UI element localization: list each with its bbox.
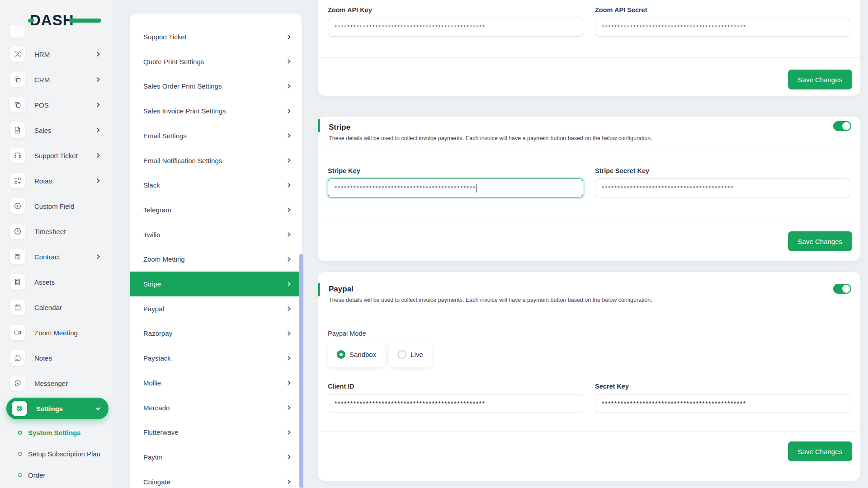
settings-nav-item[interactable]: Email Settings: [130, 123, 302, 148]
stripe-key-input[interactable]: ****************************************…: [328, 178, 583, 197]
chevron-right-icon: [95, 152, 101, 159]
app-sidebar: DASH HRM CRM POS Sales Support Ticket: [0, 0, 113, 488]
settings-nav-item[interactable]: Sales Order Print Settings: [130, 74, 302, 99]
sidebar-item-label: Settings: [36, 405, 63, 413]
sidebar-item-assets[interactable]: Assets: [0, 269, 113, 295]
submenu-item-order[interactable]: Order: [0, 465, 113, 486]
settings-nav-item-stripe-active[interactable]: Stripe: [130, 272, 302, 296]
masked-value: ****************************************…: [335, 184, 476, 192]
chevron-right-icon: [286, 330, 292, 337]
settings-nav-item[interactable]: Coingate: [130, 469, 302, 488]
sidebar-item-custom-field[interactable]: Custom Field: [0, 193, 113, 219]
sidebar-item-label: HRM: [34, 51, 50, 58]
sales-file-icon: [10, 122, 25, 138]
sidebar-item-messenger[interactable]: Messenger: [0, 371, 113, 396]
sidebar-item-zoom-meeting[interactable]: Zoom Meeting: [0, 320, 113, 345]
sidebar-item-notes[interactable]: Notes: [0, 345, 113, 371]
sidebar-item-pos[interactable]: POS: [0, 92, 113, 117]
paypal-enabled-toggle[interactable]: [833, 284, 851, 294]
settings-nav-label: Quote Print Settings: [143, 58, 204, 66]
chevron-right-icon: [286, 157, 292, 164]
settings-nav-item[interactable]: Quote Print Settings: [130, 49, 302, 74]
field-label: Stripe Secret Key: [595, 167, 850, 174]
panel-scrollbar[interactable]: [299, 254, 303, 488]
settings-nav-item[interactable]: Support Ticket: [130, 24, 302, 49]
client-id-input[interactable]: ****************************************…: [328, 394, 583, 413]
sidebar-item-label: Support Ticket: [34, 152, 78, 160]
sidebar-item-label: POS: [34, 101, 49, 109]
chat-bubble-icon: [10, 375, 25, 391]
sidebar-item-timesheet[interactable]: Timesheet: [0, 219, 113, 244]
text-caret: [476, 184, 477, 192]
masked-value: ****************************************…: [602, 184, 734, 192]
stripe-key-field: Stripe Key *****************************…: [328, 167, 583, 197]
sidebar-item-label: Sales: [34, 127, 52, 134]
calendar-icon: [10, 300, 25, 315]
sidebar-item-crm[interactable]: CRM: [0, 67, 113, 92]
zoom-api-key-input[interactable]: ****************************************…: [328, 18, 583, 37]
settings-nav-label: Slack: [143, 181, 160, 189]
chevron-right-icon: [286, 256, 292, 263]
gear-icon: [12, 401, 27, 416]
settings-nav-item[interactable]: Mollie: [130, 371, 302, 395]
logo-accent-notch: [28, 19, 34, 23]
paypal-card-header: Paypal These details will be used to col…: [318, 272, 860, 316]
secret-key-input[interactable]: ****************************************…: [595, 394, 850, 413]
chevron-right-icon: [286, 281, 292, 287]
chevron-right-icon: [286, 305, 292, 312]
settings-nav-item[interactable]: Twilio: [130, 222, 302, 247]
settings-nav-label: Paytm: [143, 453, 163, 461]
paypal-mode-sandbox[interactable]: Sandbox: [328, 341, 385, 367]
save-changes-button[interactable]: Save Changes: [788, 70, 852, 89]
settings-nav-panel: Support Ticket Quote Print Settings Sale…: [130, 14, 302, 488]
settings-nav-item[interactable]: Zoom Metting: [130, 247, 302, 272]
sidebar-item-sales[interactable]: Sales: [0, 117, 113, 143]
sidebar-item-settings[interactable]: Settings: [6, 398, 108, 419]
save-changes-button[interactable]: Save Changes: [788, 231, 852, 251]
clock-icon: [10, 224, 25, 239]
headset-icon: [10, 148, 25, 163]
field-label: Stripe Key: [328, 167, 583, 174]
settings-nav-item[interactable]: Paystack: [130, 346, 302, 371]
sidebar-item-calendar[interactable]: Calendar: [0, 295, 113, 320]
sidebar-item-label: Calendar: [34, 304, 62, 311]
app-logo[interactable]: DASH: [30, 12, 98, 32]
sidebar-item-label: CRM: [34, 76, 50, 84]
sidebar-item-label: Zoom Meeting: [34, 329, 78, 337]
sidebar-item-hrm[interactable]: HRM: [0, 42, 113, 67]
card-description: These details will be used to collect in…: [329, 297, 850, 303]
radio-selected-icon: [337, 350, 345, 359]
settings-nav-item[interactable]: Sales Invoice Print Settings: [130, 99, 302, 123]
settings-nav-item[interactable]: Razorpay: [130, 321, 302, 346]
submenu-item-setup-subscription-plan[interactable]: Setup Subscription Plan: [0, 443, 113, 465]
paypal-mode-live[interactable]: Live: [389, 341, 432, 367]
chevron-right-icon: [286, 454, 292, 460]
settings-nav-item[interactable]: Paytm: [130, 445, 302, 469]
stripe-secret-key-input[interactable]: ****************************************…: [595, 178, 850, 197]
logo-accent-dash: [69, 19, 101, 23]
settings-nav-label: Zoom Metting: [143, 255, 185, 263]
stripe-enabled-toggle[interactable]: [833, 121, 851, 131]
paypal-card: Paypal These details will be used to col…: [318, 272, 860, 481]
zoom-api-secret-input[interactable]: ****************************************…: [595, 18, 850, 37]
chevron-right-icon: [286, 355, 292, 361]
settings-nav-item[interactable]: Email Notification Settings: [130, 148, 302, 173]
chevron-right-icon: [95, 253, 101, 260]
sidebar-item-contract[interactable]: Contract: [0, 244, 113, 269]
chevron-right-icon: [286, 404, 292, 411]
settings-nav-item[interactable]: Paypal: [130, 296, 302, 321]
settings-nav-item[interactable]: Mercado: [130, 395, 302, 420]
grid-plus-icon: [10, 173, 25, 188]
sidebar-item-rotas[interactable]: Rotas: [0, 168, 113, 193]
sidebar-item-support-ticket[interactable]: Support Ticket: [0, 143, 113, 168]
settings-nav-item[interactable]: Slack: [130, 173, 302, 197]
paypal-mode-group: Sandbox Live: [318, 341, 860, 367]
settings-nav-label: Stripe: [143, 280, 161, 288]
settings-nav-item[interactable]: Telegram: [130, 197, 302, 222]
submenu-item-system-settings[interactable]: System Settings: [0, 422, 113, 443]
chevron-right-icon: [286, 479, 292, 485]
save-changes-button[interactable]: Save Changes: [788, 441, 852, 461]
bullet-icon: [18, 473, 22, 477]
bullet-icon: [18, 452, 22, 456]
settings-nav-item[interactable]: Flutterwave: [130, 420, 302, 445]
